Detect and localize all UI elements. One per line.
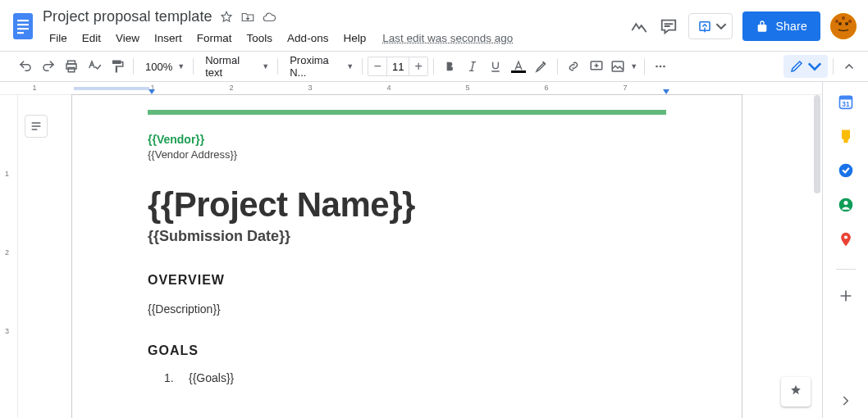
ruler-num: 6 [544, 84, 548, 92]
zoom-select[interactable]: 100%▼ [139, 56, 188, 77]
present-button[interactable] [688, 13, 733, 39]
svg-point-11 [842, 16, 845, 20]
menu-format[interactable]: Format [190, 29, 239, 48]
highlight-button[interactable] [531, 56, 552, 77]
keep-icon[interactable] [838, 128, 854, 144]
svg-point-17 [656, 66, 658, 68]
star-icon[interactable] [219, 10, 234, 25]
canvas: 1 1 2 3 4 5 6 7 1 2 3 [0, 82, 822, 418]
goal-number: 1. [164, 371, 177, 384]
svg-point-25 [843, 201, 847, 205]
svg-point-8 [845, 22, 848, 25]
indent-marker[interactable] [148, 89, 155, 94]
accent-bar [148, 110, 666, 115]
svg-point-7 [838, 22, 842, 25]
add-comment-button[interactable] [586, 56, 607, 77]
ruler-num: 3 [5, 327, 9, 335]
share-label: Share [775, 20, 807, 33]
overview-heading[interactable]: OVERVIEW [148, 273, 666, 288]
zoom-value: 100% [145, 61, 172, 73]
document-page[interactable]: {{Vendor}} {{Vendor Address}} {{Project … [72, 95, 742, 418]
spellcheck-button[interactable] [84, 56, 105, 77]
svg-rect-21 [839, 96, 852, 99]
app-header: Project proposal template File Edit View… [0, 0, 868, 51]
editing-mode-button[interactable] [783, 55, 828, 78]
doc-title[interactable]: Project proposal template [43, 8, 212, 25]
goals-heading[interactable]: GOALS [148, 343, 666, 358]
image-button[interactable]: ▼ [609, 56, 639, 77]
maps-icon[interactable] [838, 231, 854, 248]
project-name-field[interactable]: {{Project Name}} [148, 185, 666, 225]
redo-button[interactable] [38, 56, 59, 77]
ruler-num: 1 [32, 84, 36, 92]
ruler-num: 5 [465, 84, 469, 92]
svg-point-18 [660, 66, 662, 68]
font-size-increase[interactable]: + [409, 57, 427, 75]
menu-edit[interactable]: Edit [75, 29, 107, 48]
ruler-num: 2 [229, 84, 233, 92]
goal-field[interactable]: {{Goals}} [189, 371, 234, 384]
description-field[interactable]: {{Description}} [148, 302, 666, 316]
ruler-num: 1 [5, 170, 9, 178]
text-color-button[interactable] [508, 60, 529, 73]
svg-point-26 [843, 235, 847, 239]
style-select[interactable]: Normal text▼ [199, 56, 272, 77]
explore-button[interactable] [781, 377, 811, 407]
menu-insert[interactable]: Insert [148, 29, 189, 48]
font-size-stepper[interactable]: − + [368, 57, 428, 76]
svg-rect-0 [13, 13, 33, 39]
menu-tools[interactable]: Tools [240, 29, 280, 48]
activity-icon[interactable] [629, 16, 649, 36]
vendor-address-field[interactable]: {{Vendor Address}} [148, 148, 666, 161]
toolbar: 100%▼ Normal text▼ Proxima N...▼ − + ▼ [0, 51, 868, 82]
menu-file[interactable]: File [43, 29, 74, 48]
ruler-num: 7 [623, 84, 627, 92]
font-select[interactable]: Proxima N...▼ [283, 56, 357, 77]
docs-logo[interactable] [7, 10, 39, 43]
bold-button[interactable] [439, 56, 460, 77]
tasks-icon[interactable] [838, 162, 854, 179]
horizontal-ruler[interactable]: 1 1 2 3 4 5 6 7 [0, 82, 822, 95]
svg-point-9 [835, 20, 838, 23]
cloud-icon[interactable] [262, 10, 276, 25]
more-button[interactable] [650, 56, 671, 77]
link-button[interactable] [563, 56, 584, 77]
print-button[interactable] [61, 56, 82, 77]
svg-point-10 [848, 20, 852, 23]
right-indent-marker[interactable] [663, 89, 669, 94]
underline-button[interactable] [485, 56, 506, 77]
account-avatar[interactable] [830, 13, 857, 39]
vendor-field[interactable]: {{Vendor}} [148, 133, 666, 146]
italic-button[interactable] [462, 56, 483, 77]
last-edit-link[interactable]: Last edit was seconds ago [382, 32, 513, 44]
outline-button[interactable] [25, 115, 48, 138]
move-icon[interactable] [240, 10, 255, 25]
font-size-input[interactable] [386, 57, 409, 75]
paint-format-button[interactable] [107, 56, 128, 77]
comments-icon[interactable] [659, 16, 678, 36]
ruler-num: 4 [386, 84, 391, 92]
svg-rect-3 [17, 28, 29, 30]
font-value: Proxima N... [290, 54, 341, 79]
svg-rect-1 [17, 20, 29, 21]
hide-menus-button[interactable] [838, 56, 860, 77]
menu-addons[interactable]: Add-ons [281, 29, 335, 48]
vertical-ruler[interactable]: 1 2 3 [0, 95, 18, 418]
share-button[interactable]: Share [742, 11, 820, 41]
calendar-icon[interactable]: 31 [838, 93, 854, 110]
menu-help[interactable]: Help [336, 29, 372, 48]
menu-view[interactable]: View [109, 29, 146, 48]
undo-button[interactable] [15, 56, 36, 77]
svg-rect-4 [17, 32, 24, 34]
svg-point-19 [663, 66, 665, 68]
submission-date-field[interactable]: {{Submission Date}} [148, 228, 666, 245]
contacts-icon[interactable] [838, 197, 854, 213]
style-value: Normal text [205, 54, 257, 79]
font-size-decrease[interactable]: − [368, 57, 386, 75]
scrollbar[interactable] [814, 95, 820, 193]
collapse-panel-icon[interactable] [838, 393, 853, 408]
svg-text:31: 31 [842, 100, 850, 108]
addons-plus-icon[interactable] [838, 288, 854, 304]
ruler-num: 2 [5, 248, 9, 257]
svg-rect-2 [17, 24, 29, 25]
